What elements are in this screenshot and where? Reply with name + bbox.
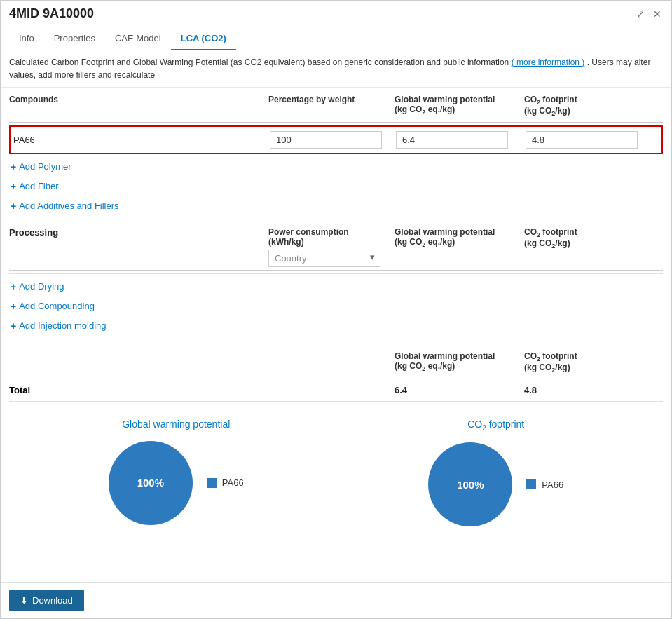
tab-lca[interactable]: LCA (CO2)	[171, 27, 236, 50]
download-icon: ⬇	[20, 595, 28, 606]
add-compounding-icon: +	[11, 301, 16, 312]
col-compounds: Compounds	[9, 95, 268, 118]
co2-chart-container: CO2 footprint 100% PA66	[343, 419, 650, 527]
window-title: 4MID 9A10000	[9, 6, 94, 21]
col-processing-gwp: Global warming potential(kg CO2 eq./kg)	[395, 227, 524, 267]
add-injection-link[interactable]: + Add Injection molding	[9, 316, 663, 336]
gwp-chart-title: Global warming potential	[122, 419, 230, 430]
charts-section: Global warming potential 100% PA66 CO2 f…	[9, 419, 663, 527]
add-polymer-link[interactable]: + Add Polymer	[9, 157, 663, 177]
total-header: Global warming potential(kg CO2 eq./kg) …	[9, 347, 663, 379]
tab-info[interactable]: Info	[9, 27, 44, 50]
compound-pct-input[interactable]	[270, 131, 382, 149]
processing-section: Processing Power consumption(kWh/kg) Cou…	[9, 222, 663, 336]
info-bar: Calculated Carbon Footprint and Global W…	[1, 50, 671, 88]
co2-legend-square	[526, 479, 536, 489]
add-compounding-link[interactable]: + Add Compounding	[9, 297, 663, 316]
processing-label: Processing	[9, 227, 268, 267]
main-content: Compounds Percentage by weight Global wa…	[1, 88, 671, 582]
main-window: 4MID 9A10000 ⤢ ✕ Info Properties CAE Mod…	[0, 0, 672, 619]
col-co2: CO2 footprint(kg CO2/kg)	[524, 95, 650, 118]
compound-co2-input[interactable]	[526, 131, 638, 149]
add-drying-link[interactable]: + Add Drying	[9, 277, 663, 297]
add-polymer-label: Add Polymer	[19, 161, 71, 172]
window-controls: ⤢ ✕	[635, 8, 663, 20]
compound-name-pa66: PA66	[11, 135, 270, 145]
tab-cae-model[interactable]: CAE Model	[105, 27, 171, 50]
download-button[interactable]: ⬇ Download	[9, 590, 84, 611]
col-total-co2: CO2 footprint(kg CO2/kg)	[524, 351, 650, 374]
expand-button[interactable]: ⤢	[635, 8, 646, 20]
add-fiber-label: Add Fiber	[19, 181, 58, 191]
col-power: Power consumption(kWh/kg)	[268, 227, 395, 247]
processing-power-col: Power consumption(kWh/kg) Country	[268, 227, 395, 267]
gwp-chart-body: 100% PA66	[109, 441, 244, 525]
compound-gwp-input[interactable]	[396, 131, 508, 149]
co2-legend-label: PA66	[542, 479, 563, 490]
col-total-gwp: Global warming potential(kg CO2 eq./kg)	[395, 351, 524, 374]
country-dropdown-wrapper[interactable]: Country	[268, 247, 380, 267]
gwp-chart-container: Global warming potential 100% PA66	[23, 419, 329, 527]
total-co2-value: 4.8	[524, 385, 650, 395]
add-polymer-icon: +	[11, 161, 16, 172]
processing-header: Processing Power consumption(kWh/kg) Cou…	[9, 222, 663, 271]
total-label: Total	[9, 385, 268, 395]
info-text: Calculated Carbon Footprint and Global W…	[9, 57, 509, 67]
add-injection-icon: +	[11, 320, 16, 332]
co2-pie-chart: 100%	[428, 442, 512, 526]
tab-bar: Info Properties CAE Model LCA (CO2)	[1, 27, 671, 50]
gwp-legend: PA66	[207, 477, 244, 488]
add-injection-label: Add Injection molding	[19, 320, 106, 331]
add-fiber-link[interactable]: + Add Fiber	[9, 177, 663, 196]
download-bar: ⬇ Download	[1, 582, 671, 618]
add-compounding-label: Add Compounding	[19, 301, 95, 311]
gwp-pie-chart: 100%	[109, 441, 193, 525]
co2-chart-body: 100% PA66	[428, 442, 563, 526]
compound-row-pa66: PA66	[9, 125, 663, 154]
total-row: Total 6.4 4.8	[9, 379, 663, 402]
gwp-legend-square	[207, 478, 217, 488]
compounds-header: Compounds Percentage by weight Global wa…	[9, 88, 663, 123]
country-select[interactable]: Country	[268, 250, 380, 267]
add-additives-label: Add Additives and Fillers	[19, 200, 118, 211]
download-label: Download	[32, 595, 73, 606]
processing-divider	[9, 273, 663, 274]
col-processing-co2: CO2 footprint(kg CO2/kg)	[524, 227, 650, 267]
col-pct-weight: Percentage by weight	[268, 95, 395, 118]
co2-legend: PA66	[526, 479, 563, 490]
total-gwp-value: 6.4	[395, 385, 524, 395]
add-drying-label: Add Drying	[19, 281, 64, 292]
gwp-legend-label: PA66	[222, 477, 244, 488]
tab-properties[interactable]: Properties	[44, 27, 105, 50]
close-button[interactable]: ✕	[652, 8, 663, 20]
col-gwp: Global warming potential(kg CO2 eq./kg)	[395, 95, 524, 118]
co2-chart-title: CO2 footprint	[467, 419, 524, 432]
add-drying-icon: +	[11, 281, 16, 292]
total-section: Global warming potential(kg CO2 eq./kg) …	[9, 347, 663, 402]
add-additives-link[interactable]: + Add Additives and Fillers	[9, 196, 663, 216]
add-additives-icon: +	[11, 200, 16, 212]
add-fiber-icon: +	[11, 181, 16, 192]
more-info-link[interactable]: ( more information )	[512, 57, 585, 67]
title-bar: 4MID 9A10000 ⤢ ✕	[1, 1, 671, 27]
